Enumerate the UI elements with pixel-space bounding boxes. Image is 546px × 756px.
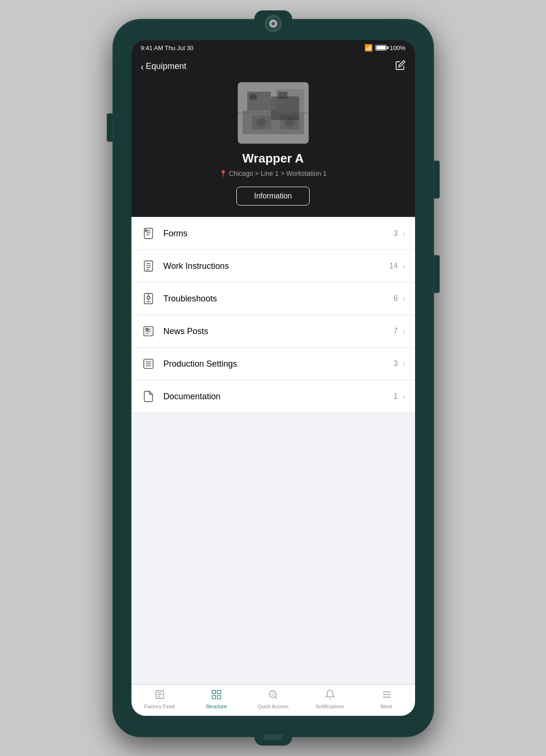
documentation-chevron-icon: ›	[403, 392, 406, 402]
list-item-work-instructions[interactable]: Work Instructions 14 ›	[131, 250, 415, 283]
work-instructions-count: 14	[390, 262, 398, 270]
news-posts-label: News Posts	[164, 326, 394, 336]
work-instructions-chevron-icon: ›	[403, 261, 406, 271]
more-label: More	[381, 704, 392, 709]
screen: 9:41 AM Thu Jul 30 📶 100%	[131, 40, 415, 716]
documentation-label: Documentation	[164, 392, 394, 402]
nav-bar: ‹ Equipment	[141, 60, 406, 73]
edit-button[interactable]	[395, 60, 406, 73]
structure-icon	[211, 689, 222, 702]
equipment-image-container	[141, 82, 406, 144]
battery-icon	[375, 45, 387, 51]
list-item-documentation[interactable]: Documentation 1 ›	[131, 380, 415, 413]
news-posts-icon	[141, 324, 156, 339]
structure-label: Structure	[206, 704, 227, 709]
svg-point-46	[271, 693, 274, 696]
forms-chevron-icon: ›	[403, 229, 406, 239]
wifi-icon: 📶	[364, 44, 373, 52]
list-item-news-posts[interactable]: News Posts 7 ›	[131, 315, 415, 348]
quick-access-icon	[268, 689, 278, 702]
work-instructions-icon	[141, 258, 156, 274]
equipment-image-bg	[238, 82, 309, 144]
power-button-bottom	[434, 255, 440, 293]
troubleshoots-count: 6	[394, 294, 398, 303]
equipment-title: Wrapper A	[141, 151, 406, 166]
header-section: ‹ Equipment	[131, 55, 415, 217]
information-button[interactable]: Information	[236, 187, 309, 206]
work-instructions-label: Work Instructions	[164, 261, 390, 271]
svg-rect-11	[238, 82, 309, 144]
forms-label: Forms	[164, 229, 394, 239]
back-button[interactable]: ‹ Equipment	[141, 61, 187, 71]
svg-rect-42	[212, 696, 215, 699]
more-icon	[381, 689, 392, 702]
tablet-screen: 9:41 AM Thu Jul 30 📶 100%	[131, 40, 415, 716]
tablet-shell: 9:41 AM Thu Jul 30 📶 100%	[113, 19, 434, 737]
forms-count: 3	[394, 229, 398, 238]
news-posts-chevron-icon: ›	[403, 326, 406, 336]
tab-more[interactable]: More	[358, 689, 415, 709]
home-button[interactable]	[264, 734, 283, 740]
power-button-top	[434, 161, 440, 198]
battery-percentage: 100%	[390, 44, 405, 52]
list-item-troubleshoots[interactable]: Troubleshoots 6 ›	[131, 283, 415, 315]
status-bar: 9:41 AM Thu Jul 30 📶 100%	[131, 40, 415, 55]
tab-factory-feed[interactable]: Factory Feed	[131, 689, 188, 709]
location-pin-icon: 📍	[219, 170, 227, 177]
svg-line-45	[275, 696, 277, 698]
troubleshoots-chevron-icon: ›	[403, 294, 406, 304]
notifications-icon	[325, 689, 335, 702]
location-text: Chicago > Line 1 > Workstation 1	[229, 170, 327, 177]
equipment-location: 📍 Chicago > Line 1 > Workstation 1	[141, 170, 406, 177]
forms-icon	[141, 226, 156, 241]
svg-point-23	[147, 296, 150, 300]
content-list: Forms 3 › Work Inst	[131, 217, 415, 684]
svg-rect-41	[217, 690, 220, 694]
news-posts-count: 7	[394, 327, 398, 335]
camera	[265, 15, 282, 32]
troubleshoots-icon	[141, 291, 156, 306]
svg-rect-43	[217, 696, 220, 699]
factory-feed-icon	[155, 689, 165, 702]
tab-structure[interactable]: Structure	[188, 689, 245, 709]
svg-rect-16	[145, 230, 147, 231]
tab-quick-access[interactable]: Quick Access	[245, 689, 302, 709]
tab-bar: Factory Feed Structure	[131, 684, 415, 716]
quick-access-label: Quick Access	[257, 704, 288, 709]
production-settings-icon	[141, 356, 156, 371]
back-label: Equipment	[146, 61, 186, 71]
documentation-icon	[141, 389, 156, 404]
documentation-count: 1	[394, 392, 398, 401]
factory-feed-label: Factory Feed	[144, 704, 175, 709]
equipment-image	[238, 82, 309, 144]
production-settings-count: 3	[394, 360, 398, 368]
status-time-date: 9:41 AM Thu Jul 30	[141, 44, 194, 52]
production-settings-label: Production Settings	[164, 359, 394, 369]
tab-notifications[interactable]: Notifications	[302, 689, 358, 709]
list-item-production-settings[interactable]: Production Settings 3 ›	[131, 348, 415, 380]
svg-point-44	[269, 691, 276, 698]
list-item-forms[interactable]: Forms 3 ›	[131, 217, 415, 250]
info-button-container: Information	[141, 187, 406, 206]
back-chevron-icon: ‹	[141, 62, 144, 71]
troubleshoots-label: Troubleshoots	[164, 294, 394, 304]
status-icons: 📶 100%	[364, 44, 405, 52]
svg-rect-40	[212, 690, 215, 694]
notifications-label: Notifications	[316, 704, 344, 709]
production-settings-chevron-icon: ›	[403, 359, 406, 369]
volume-button	[107, 113, 113, 142]
